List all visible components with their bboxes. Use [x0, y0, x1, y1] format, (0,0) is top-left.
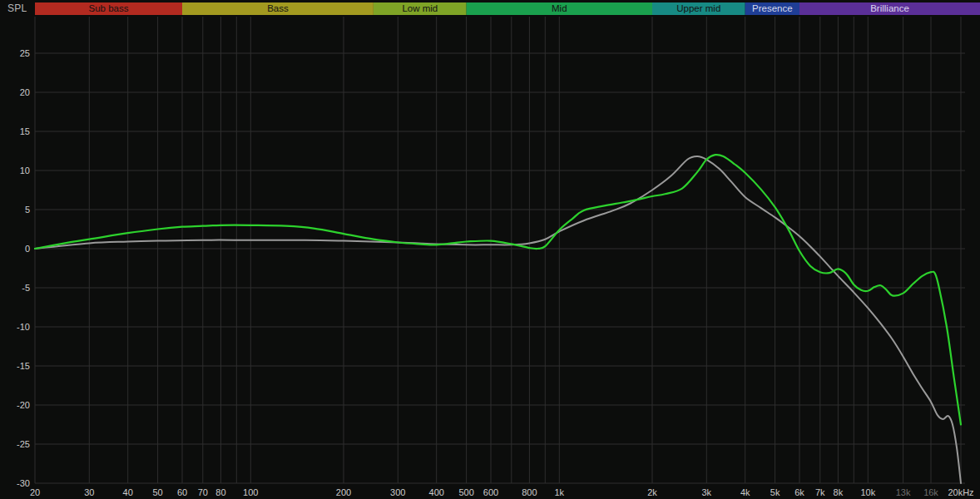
- x-tick-label: 6k: [794, 487, 804, 497]
- x-tick-label: 200: [336, 487, 351, 497]
- y-tick-label: -30: [17, 478, 30, 488]
- x-tick-label: 100: [243, 487, 258, 497]
- y-tick-label: 10: [20, 166, 30, 175]
- x-tick-label: 4k: [740, 487, 750, 497]
- y-tick-label: 0: [25, 244, 30, 254]
- x-tick-label: 3k: [701, 487, 711, 497]
- y-axis-title: SPL: [7, 2, 27, 14]
- chart-canvas: Sub bassBassLow midMidUpper midPresenceB…: [0, 0, 980, 499]
- x-tick-label: 300: [390, 487, 405, 497]
- band-label-low-mid: Low mid: [402, 3, 438, 13]
- frequency-bands: Sub bassBassLow midMidUpper midPresenceB…: [35, 2, 980, 15]
- y-axis-labels: 2520151050-5-10-15-20-25-30: [17, 48, 30, 488]
- y-tick-label: -25: [17, 439, 30, 449]
- band-label-brilliance: Brilliance: [870, 3, 909, 13]
- x-tick-label: 800: [522, 487, 537, 497]
- y-tick-label: 25: [20, 48, 30, 58]
- y-tick-label: -15: [17, 361, 30, 371]
- x-tick-label: 8k: [834, 487, 844, 497]
- band-label-mid: Mid: [552, 3, 567, 13]
- grid: [35, 17, 965, 483]
- x-tick-label: 40: [123, 487, 133, 497]
- x-tick-label: 500: [458, 487, 473, 497]
- x-tick-label: 13k: [896, 487, 911, 497]
- x-tick-label: 400: [429, 487, 444, 497]
- band-label-bass: Bass: [267, 3, 289, 13]
- curve-gray: [35, 156, 961, 483]
- y-tick-label: -20: [17, 400, 30, 410]
- x-tick-label: 600: [483, 487, 498, 497]
- x-tick-label: 30: [84, 487, 94, 497]
- x-tick-label: 50: [152, 487, 162, 497]
- x-tick-label: 20kHz: [948, 487, 973, 497]
- x-tick-label: 5k: [770, 487, 780, 497]
- y-tick-label: 20: [20, 87, 30, 97]
- x-tick-label: 80: [215, 487, 225, 497]
- y-tick-label: -5: [22, 283, 30, 293]
- y-tick-label: 15: [20, 126, 30, 136]
- x-tick-label: 7k: [815, 487, 825, 497]
- band-label-upper-mid: Upper mid: [676, 3, 720, 13]
- y-tick-label: -10: [17, 322, 30, 332]
- x-axis-labels: 203040506070801002003004005006008001k2k3…: [30, 487, 974, 497]
- x-tick-label: 70: [198, 487, 208, 497]
- x-tick-label: 20: [30, 487, 40, 497]
- curve-green: [35, 155, 961, 425]
- x-tick-label: 1k: [554, 487, 564, 497]
- x-tick-label: 16k: [923, 487, 938, 497]
- x-tick-label: 10k: [860, 487, 875, 497]
- band-label-presence: Presence: [752, 3, 793, 13]
- y-tick-label: 5: [25, 205, 30, 215]
- x-tick-label: 60: [177, 487, 187, 497]
- x-tick-label: 2k: [647, 487, 657, 497]
- frequency-response-chart: Sub bassBassLow midMidUpper midPresenceB…: [0, 0, 980, 499]
- band-label-sub-bass: Sub bass: [89, 3, 129, 13]
